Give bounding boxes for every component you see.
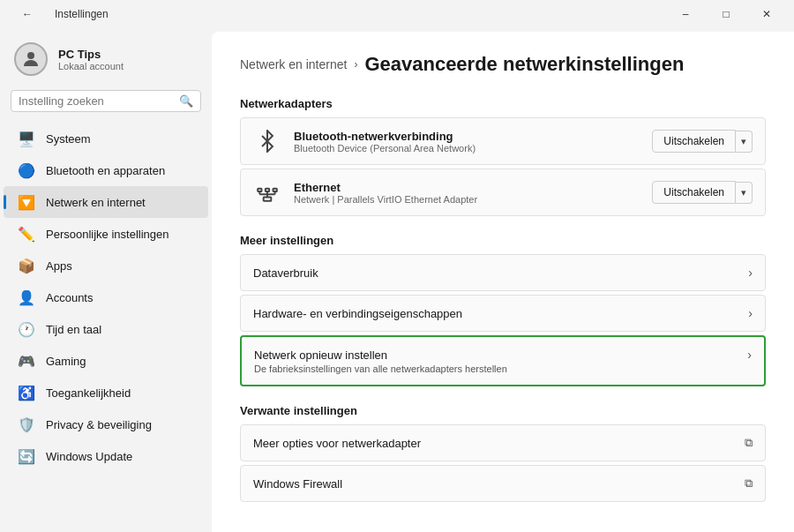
sidebar-item-label-privacy: Privacy & beveiliging — [46, 418, 152, 431]
maximize-button[interactable]: □ — [706, 0, 746, 28]
minimize-button[interactable]: – — [665, 0, 706, 28]
sidebar-item-gaming[interactable]: 🎮Gaming — [4, 345, 208, 377]
section-verwant-title: Verwante instellingen — [240, 404, 766, 417]
bluetooth-disable-btn[interactable]: Uitschakelen ▾ — [652, 130, 753, 153]
windows-update-icon: 🔄 — [18, 447, 35, 465]
sidebar-item-label-systeem: Systeem — [46, 132, 91, 146]
toegankelijkheid-icon: ♿ — [18, 384, 35, 401]
user-info: PC Tips Lokaal account — [58, 48, 124, 71]
breadcrumb-chevron-icon: › — [354, 58, 357, 71]
bluetooth-icon — [253, 127, 281, 155]
user-name: PC Tips — [58, 48, 124, 61]
sidebar-item-label-accounts: Accounts — [46, 291, 93, 304]
search-icon: 🔍 — [179, 94, 193, 108]
tijd-icon: 🕐 — [18, 320, 35, 338]
sidebar-item-windows-update[interactable]: 🔄Windows Update — [4, 440, 208, 472]
content-area: Netwerk en internet › Geavanceerde netwe… — [212, 32, 794, 532]
titlebar-controls: – □ ✕ — [665, 0, 787, 28]
titlebar: ← Instellingen – □ ✕ — [0, 0, 794, 28]
titlebar-left: ← Instellingen — [7, 0, 109, 28]
external-link-icon: ⧉ — [745, 436, 753, 450]
chevron-right-icon-2: › — [748, 306, 753, 320]
apps-icon: 📦 — [18, 257, 35, 274]
ethernet-disable-btn[interactable]: Uitschakelen ▾ — [652, 181, 753, 204]
sidebar-item-accounts[interactable]: 👤Accounts — [4, 281, 208, 313]
page-title: Geavanceerde netwerkinstellingen — [364, 53, 684, 76]
search-input[interactable] — [19, 94, 174, 108]
adapter-ethernet-name: Ethernet — [294, 181, 640, 194]
svg-rect-3 — [273, 189, 277, 191]
chevron-right-icon: › — [748, 266, 753, 280]
titlebar-title: Instellingen — [55, 8, 109, 20]
sidebar-item-label-windows-update: Windows Update — [46, 450, 132, 463]
sidebar: PC Tips Lokaal account 🔍 🖥️Systeem🔵Bluet… — [0, 28, 212, 532]
sidebar-item-bluetooth[interactable]: 🔵Bluetooth en apparaten — [4, 154, 208, 186]
sidebar-item-label-toegankelijkheid: Toegankelijkheid — [46, 386, 131, 400]
sidebar-item-label-tijd: Tijd en taal — [46, 323, 101, 336]
bluetooth-icon: 🔵 — [18, 161, 35, 179]
setting-netwerk-opnieuw-label: Netwerk opnieuw instellen — [254, 348, 747, 362]
svg-rect-2 — [266, 189, 269, 191]
sidebar-item-label-gaming: Gaming — [46, 355, 86, 368]
sidebar-item-label-bluetooth: Bluetooth en apparaten — [46, 164, 165, 177]
breadcrumb: Netwerk en internet › Geavanceerde netwe… — [240, 53, 766, 76]
systeem-icon: 🖥️ — [18, 130, 35, 147]
adapter-bluetooth-desc: Bluetooth Device (Personal Area Network) — [294, 143, 640, 154]
setting-hardware[interactable]: Hardware- en verbindingseigenschappen › — [240, 295, 766, 332]
user-profile[interactable]: PC Tips Lokaal account — [0, 35, 212, 90]
setting-dataverbruik-label: Dataverbruik — [253, 266, 748, 280]
external-link-icon-2: ⧉ — [745, 476, 753, 491]
adapter-bluetooth-info: Bluetooth-netwerkverbinding Bluetooth De… — [294, 130, 640, 154]
setting-netwerk-opnieuw-subtitle: De fabrieksinstellingen van alle netwerk… — [254, 363, 752, 374]
gaming-icon: 🎮 — [18, 352, 35, 370]
ethernet-dropdown-icon[interactable]: ▾ — [736, 182, 753, 204]
close-button[interactable]: ✕ — [746, 0, 787, 28]
sidebar-item-toegankelijkheid[interactable]: ♿Toegankelijkheid — [4, 377, 208, 408]
setting-firewall[interactable]: Windows Firewall ⧉ — [240, 465, 766, 502]
avatar — [14, 42, 48, 76]
breadcrumb-parent[interactable]: Netwerk en internet — [240, 57, 347, 71]
setting-netwerk-opnieuw-inner: Netwerk opnieuw instellen › — [254, 348, 752, 362]
sidebar-item-label-persoonlijk: Persoonlijke instellingen — [46, 228, 169, 241]
setting-meer-opties-label: Meer opties voor netwerkadapter — [253, 437, 745, 450]
adapter-bluetooth: Bluetooth-netwerkverbinding Bluetooth De… — [240, 117, 766, 165]
sidebar-item-privacy[interactable]: 🛡️Privacy & beveiliging — [4, 408, 208, 440]
adapter-bluetooth-name: Bluetooth-netwerkverbinding — [294, 130, 640, 143]
ethernet-icon — [253, 178, 281, 206]
svg-point-0 — [27, 52, 34, 59]
adapter-ethernet-desc: Netwerk | Parallels VirtIO Ethernet Adap… — [294, 194, 640, 205]
user-account-type: Lokaal account — [58, 61, 124, 71]
sidebar-item-apps[interactable]: 📦Apps — [4, 250, 208, 281]
bluetooth-dropdown-icon[interactable]: ▾ — [736, 131, 753, 153]
sidebar-item-persoonlijk[interactable]: ✏️Persoonlijke instellingen — [4, 218, 208, 250]
accounts-icon: 👤 — [18, 288, 35, 306]
setting-hardware-label: Hardware- en verbindingseigenschappen — [253, 307, 748, 320]
back-button[interactable]: ← — [7, 0, 48, 28]
sidebar-item-netwerk[interactable]: 🔽Netwerk en internet — [4, 186, 208, 218]
netwerk-icon: 🔽 — [18, 193, 35, 211]
setting-netwerk-opnieuw[interactable]: Netwerk opnieuw instellen › De fabrieksi… — [240, 335, 766, 386]
sidebar-item-label-netwerk: Netwerk en internet — [46, 196, 146, 209]
ethernet-disable-label[interactable]: Uitschakelen — [652, 181, 736, 204]
svg-rect-1 — [258, 189, 261, 191]
setting-meer-opties[interactable]: Meer opties voor netwerkadapter ⧉ — [240, 424, 766, 461]
chevron-right-icon-3: › — [747, 348, 752, 362]
adapter-ethernet: Ethernet Netwerk | Parallels VirtIO Ethe… — [240, 169, 766, 216]
bluetooth-disable-label[interactable]: Uitschakelen — [652, 130, 736, 153]
section-meer-title: Meer instellingen — [240, 234, 766, 247]
nav-list: 🖥️Systeem🔵Bluetooth en apparaten🔽Netwerk… — [0, 123, 212, 472]
sidebar-item-systeem[interactable]: 🖥️Systeem — [4, 123, 208, 154]
section-adapters-title: Netwerkadapters — [240, 97, 766, 110]
sidebar-item-tijd[interactable]: 🕐Tijd en taal — [4, 313, 208, 345]
search-box[interactable]: 🔍 — [11, 90, 201, 112]
sidebar-item-label-apps: Apps — [46, 259, 72, 273]
privacy-icon: 🛡️ — [18, 416, 35, 433]
adapter-ethernet-info: Ethernet Netwerk | Parallels VirtIO Ethe… — [294, 181, 640, 205]
svg-rect-9 — [264, 197, 272, 200]
setting-dataverbruik[interactable]: Dataverbruik › — [240, 254, 766, 291]
persoonlijk-icon: ✏️ — [18, 225, 35, 243]
app-container: PC Tips Lokaal account 🔍 🖥️Systeem🔵Bluet… — [0, 28, 794, 532]
setting-firewall-label: Windows Firewall — [253, 477, 745, 491]
